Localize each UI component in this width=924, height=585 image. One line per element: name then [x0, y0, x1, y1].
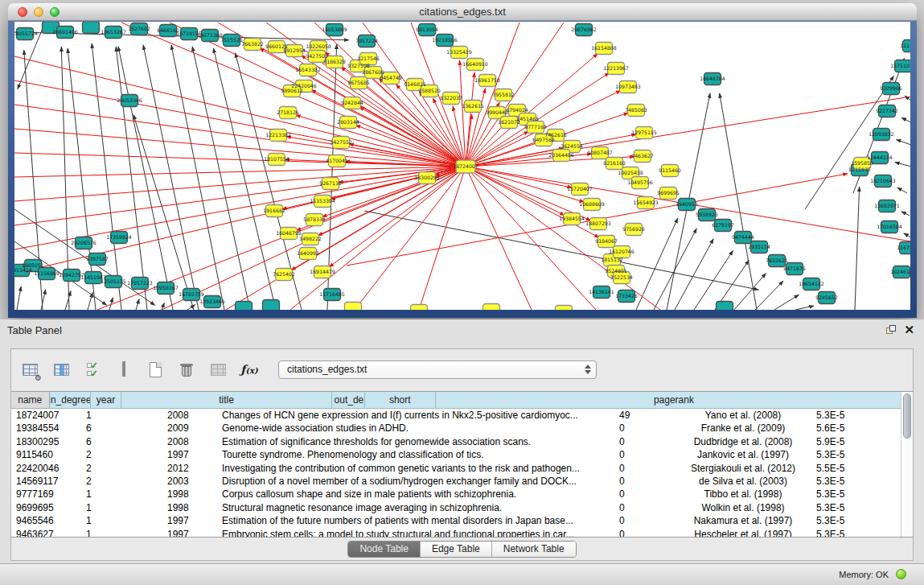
table-scrollbar[interactable]	[901, 392, 913, 537]
cell-title[interactable]: Structural magnetic resonance image aver…	[217, 501, 616, 514]
cell-pagerank[interactable]: 5.3E-5	[810, 475, 884, 488]
cell-short[interactable]: Nakamura et al. (1997)	[676, 514, 810, 527]
function-builder-icon[interactable]: ƒ(x)	[239, 359, 260, 380]
cell-title[interactable]: Investigating the contribution of common…	[217, 462, 616, 475]
table-row[interactable]: 977716911998Corpus callosum shape and si…	[11, 488, 913, 501]
network-node[interactable]	[717, 302, 733, 311]
cell-year[interactable]: 1997	[161, 528, 217, 538]
cell-out-de-[interactable]: 0	[616, 448, 676, 461]
memory-status-indicator[interactable]	[896, 569, 906, 579]
scrollbar-thumb[interactable]	[903, 393, 911, 439]
column-header-year[interactable]: year	[91, 392, 121, 409]
network-edge[interactable]	[755, 281, 783, 310]
cell-out-de-[interactable]: 0	[616, 422, 676, 435]
cell-year[interactable]: 1997	[161, 514, 217, 527]
network-edge[interactable]	[364, 211, 758, 290]
cell-in-degree[interactable]: 1	[83, 501, 161, 514]
cell-short[interactable]: Yano et al. (2008)	[676, 409, 810, 422]
close-panel-icon[interactable]: ✕	[904, 323, 914, 337]
cell-year[interactable]: 2009	[161, 422, 217, 435]
cell-short[interactable]: de Silva et al. (2003)	[676, 475, 810, 488]
network-edge[interactable]	[904, 233, 910, 237]
table-row[interactable]: 2242004622012Investigating the contribut…	[11, 462, 913, 475]
table-row[interactable]: 946554611997Estimation of the future num…	[11, 514, 913, 527]
show-columns-icon[interactable]	[51, 359, 72, 380]
cell-name[interactable]: 9463627	[11, 528, 83, 538]
cell-in-degree[interactable]: 1	[83, 409, 161, 422]
network-edge[interactable]	[901, 117, 910, 122]
network-edge[interactable]	[901, 212, 910, 216]
cell-title[interactable]: Estimation of significance thresholds fo…	[217, 435, 616, 448]
network-edge[interactable]	[136, 299, 139, 310]
column-header-short[interactable]: short	[365, 392, 436, 409]
network-edge[interactable]	[855, 187, 860, 310]
cell-pagerank[interactable]: 5.3E-5	[810, 528, 884, 538]
table-row[interactable]: 946362711997Embryonic stem cells: a mode…	[11, 528, 913, 538]
column-header-out-de-[interactable]: △out_de...	[332, 392, 364, 409]
cell-pagerank[interactable]: 5.3E-5	[810, 514, 884, 527]
network-edge[interactable]	[774, 295, 799, 310]
cell-name[interactable]: 9115460	[11, 448, 83, 461]
network-node[interactable]	[345, 303, 362, 311]
network-edge[interactable]	[65, 291, 71, 310]
cell-short[interactable]: Wolkin et al. (1998)	[676, 501, 810, 514]
cell-short[interactable]: Jankovic et al. (1997)	[676, 448, 810, 461]
cell-in-degree[interactable]: 6	[83, 435, 161, 448]
cell-pagerank[interactable]: 5.9E-5	[810, 435, 884, 448]
cell-name[interactable]: 22420046	[11, 462, 83, 475]
network-edge[interactable]	[171, 45, 224, 310]
network-node[interactable]	[263, 300, 280, 311]
cell-in-degree[interactable]: 1	[83, 528, 161, 538]
column-header-name[interactable]: name	[11, 392, 50, 409]
network-node[interactable]	[236, 302, 253, 311]
cell-short[interactable]: Tibbo et al. (1998)	[676, 488, 810, 501]
cell-pagerank[interactable]: 5.3E-5	[810, 448, 884, 461]
network-node[interactable]	[83, 22, 100, 34]
cell-name[interactable]: 18300295	[11, 435, 83, 448]
network-edge[interactable]	[116, 47, 147, 310]
network-edge[interactable]	[805, 76, 893, 209]
network-edge[interactable]	[734, 274, 766, 310]
network-edge[interactable]	[318, 167, 466, 236]
cell-title[interactable]: Corpus callosum shape and size in male p…	[217, 488, 616, 501]
network-edge[interactable]	[143, 45, 199, 310]
network-edge[interactable]	[466, 167, 532, 310]
cell-title[interactable]: Disruption of a novel member of a sodium…	[217, 475, 616, 488]
network-node[interactable]	[411, 305, 428, 311]
trash-icon[interactable]	[176, 359, 197, 380]
cell-in-degree[interactable]: 1	[83, 514, 161, 527]
cell-out-de-[interactable]: 49	[616, 409, 676, 422]
tab-network-table[interactable]: Network Table	[492, 542, 576, 557]
network-edge[interactable]	[466, 167, 584, 202]
cell-year[interactable]: 2008	[161, 409, 217, 422]
table-row[interactable]: 1938455462009Genome-wide association stu…	[11, 422, 913, 435]
cell-out-de-[interactable]: 0	[616, 488, 676, 501]
cell-in-degree[interactable]: 2	[83, 448, 161, 461]
cell-year[interactable]: 2003	[161, 475, 217, 488]
cell-short[interactable]: Dudbridge et al. (2008)	[676, 435, 810, 448]
new-document-icon[interactable]	[145, 359, 166, 380]
cell-in-degree[interactable]: 2	[83, 475, 161, 488]
table-select-dropdown[interactable]: citations_edges.txt	[278, 360, 597, 379]
cell-short[interactable]: Franke et al. (2009)	[676, 422, 810, 435]
cell-out-de-[interactable]: 0	[616, 514, 676, 527]
column-header-pagerank[interactable]: pagerank	[436, 392, 913, 409]
cell-name[interactable]: 19384554	[11, 422, 83, 435]
cell-pagerank[interactable]: 5.5E-5	[810, 462, 884, 475]
float-panel-icon[interactable]	[886, 325, 897, 336]
cell-name[interactable]: 9465546	[11, 514, 83, 527]
table-row[interactable]: 969969511998Structural magnetic resonanc…	[11, 501, 913, 514]
network-edge[interactable]	[654, 229, 696, 310]
cell-year[interactable]: 1998	[161, 488, 217, 501]
network-node[interactable]	[556, 306, 573, 311]
cell-in-degree[interactable]: 6	[83, 422, 161, 435]
table-row[interactable]: 911546021997Tourette syndrome. Phenomeno…	[11, 448, 913, 461]
column-header-in-degree[interactable]: in_degree	[50, 392, 92, 409]
tab-node-table[interactable]: Node Table	[348, 542, 421, 557]
cell-title[interactable]: Embryonic stem cells: a model to study s…	[217, 528, 616, 538]
cell-title[interactable]: Estimation of the future numbers of pati…	[217, 514, 616, 527]
network-edge[interactable]	[187, 305, 195, 310]
cell-out-de-[interactable]: 0	[616, 475, 676, 488]
cell-year[interactable]: 2008	[161, 435, 217, 448]
network-edge[interactable]	[118, 47, 173, 310]
